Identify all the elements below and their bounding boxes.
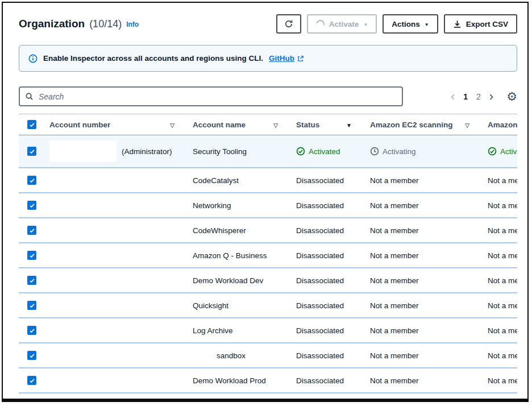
page-title-text: Organization [19, 18, 85, 30]
caret-down-icon [363, 20, 368, 28]
redacted-account-number [49, 140, 117, 162]
checkbox-cell [19, 168, 45, 192]
check-icon [29, 148, 35, 155]
checkbox-cell [19, 243, 45, 267]
in-progress-clock-icon [370, 147, 379, 156]
table-row[interactable]: Demo Workload Dev Disassociated Not a me… [19, 267, 517, 292]
table-row[interactable]: Log Archive Disassociated Not a member N… [19, 317, 517, 342]
ec2-scanning-cell: Not a member [365, 251, 483, 260]
row-checkbox[interactable] [27, 376, 36, 385]
previous-page-button[interactable] [451, 92, 455, 101]
preferences-gear-button[interactable] [506, 90, 517, 102]
check-icon [29, 277, 35, 284]
account-name-cell: sandbox [188, 351, 292, 360]
column-header-ecr-scanning[interactable]: Amazon ECR scanning [483, 121, 517, 129]
column-label: Amazon EC2 scanning [370, 121, 453, 129]
search-input[interactable] [38, 92, 397, 102]
ec2-scanning-cell: Not a member [365, 226, 483, 235]
caret-down-icon [425, 20, 429, 28]
ecr-scanning-cell: Not a member [483, 326, 517, 335]
pagination: 1 2 [451, 90, 517, 102]
status-cell: Disassociated [292, 176, 365, 185]
table-row[interactable]: CodeWhisperer Disassociated Not a member… [19, 217, 517, 242]
check-icon [29, 252, 35, 259]
check-icon [29, 353, 35, 359]
status-cell: Disassociated [292, 201, 365, 210]
checkbox-cell [19, 343, 45, 367]
ec2-scanning-cell: Not a member [365, 301, 483, 310]
checkbox-cell [19, 368, 45, 392]
ec2-scanning-cell: Not a member [365, 276, 483, 285]
activate-button[interactable]: Activate [307, 14, 377, 34]
row-checkbox[interactable] [27, 276, 36, 285]
account-name-cell: Security Tooling [188, 147, 292, 156]
account-name-cell: Amazon Q - Business [188, 251, 292, 260]
row-checkbox[interactable] [27, 326, 36, 335]
row-checkbox[interactable] [27, 351, 36, 360]
status-cell: Disassociated [292, 351, 365, 360]
github-link[interactable]: GitHub [269, 54, 304, 63]
refresh-button[interactable] [276, 14, 301, 34]
activate-label: Activate [329, 20, 359, 28]
row-checkbox[interactable] [27, 251, 36, 260]
table-row[interactable]: Amazon Q - Business Disassociated Not a … [19, 242, 517, 267]
check-icon [29, 122, 35, 128]
table-row[interactable]: CodeCatalyst Disassociated Not a member … [19, 167, 517, 192]
page-2-button[interactable]: 2 [476, 92, 481, 101]
check-icon [29, 303, 35, 309]
row-checkbox[interactable] [27, 301, 36, 310]
refresh-icon [284, 19, 293, 28]
row-checkbox[interactable] [27, 147, 36, 156]
next-page-button[interactable] [489, 92, 493, 101]
ecr-scanning-cell: Activated [483, 147, 517, 156]
column-label: Amazon ECR scanning [488, 121, 517, 129]
actions-label: Actions [392, 20, 420, 28]
actions-button[interactable]: Actions [383, 14, 438, 34]
column-header-account-name[interactable]: Account name [188, 121, 292, 129]
column-header-account-number[interactable]: Account number [45, 121, 188, 129]
ec2-scanning-cell: Not a member [365, 351, 483, 360]
sort-icon [273, 121, 278, 129]
table-row[interactable]: Demo Workload Prod Disassociated Not a m… [19, 367, 517, 392]
table-body: (Administrator) Security Tooling Activat… [19, 135, 517, 393]
column-header-ec2-scanning[interactable]: Amazon EC2 scanning [365, 121, 483, 129]
page-header: Organization (10/14) Info Activate Actio… [19, 14, 517, 34]
check-circle-icon [296, 147, 305, 156]
app-window: Organization (10/14) Info Activate Actio… [2, 2, 529, 402]
export-csv-button[interactable]: Export CSV [444, 14, 517, 34]
resource-count: (10/14) [89, 18, 122, 30]
download-icon [453, 20, 462, 28]
table-row[interactable]: Quicksight Disassociated Not a member No… [19, 292, 517, 317]
table-row[interactable]: sandbox Disassociated Not a member Not a… [19, 342, 517, 367]
header-actions: Activate Actions Export CSV [276, 14, 517, 34]
table-controls: 1 2 [19, 86, 517, 106]
account-name-cell: CodeCatalyst [188, 176, 292, 185]
table-row[interactable]: (Administrator) Security Tooling Activat… [19, 135, 517, 167]
select-all-cell [19, 114, 45, 135]
table-row[interactable]: Networking Disassociated Not a member No… [19, 192, 517, 217]
column-header-status[interactable]: Status [292, 121, 365, 129]
external-link-icon [297, 55, 304, 62]
status-cell: Disassociated [292, 226, 365, 235]
row-checkbox[interactable] [27, 201, 36, 210]
check-icon [29, 227, 35, 234]
status-cell: Disassociated [292, 376, 365, 385]
row-checkbox[interactable] [27, 226, 36, 235]
account-name-cell: Demo Workload Dev [188, 276, 292, 285]
page-1-button[interactable]: 1 [463, 92, 468, 101]
ec2-scanning-cell: Not a member [365, 176, 483, 185]
ecr-scanning-cell: Not a member [483, 376, 517, 385]
checkbox-cell [19, 135, 45, 167]
select-all-checkbox[interactable] [27, 120, 36, 129]
status-cell: Disassociated [292, 301, 365, 310]
column-label: Account name [193, 121, 246, 129]
account-name-cell: Quicksight [188, 301, 292, 310]
ec2-scanning-cell: Not a member [365, 376, 483, 385]
checkbox-cell [19, 268, 45, 292]
row-checkbox[interactable] [27, 176, 36, 185]
checkbox-cell [19, 293, 45, 317]
ec2-scanning-cell: Not a member [365, 201, 483, 210]
info-link[interactable]: Info [126, 20, 139, 28]
search-icon [25, 92, 34, 101]
search-box[interactable] [19, 86, 403, 106]
